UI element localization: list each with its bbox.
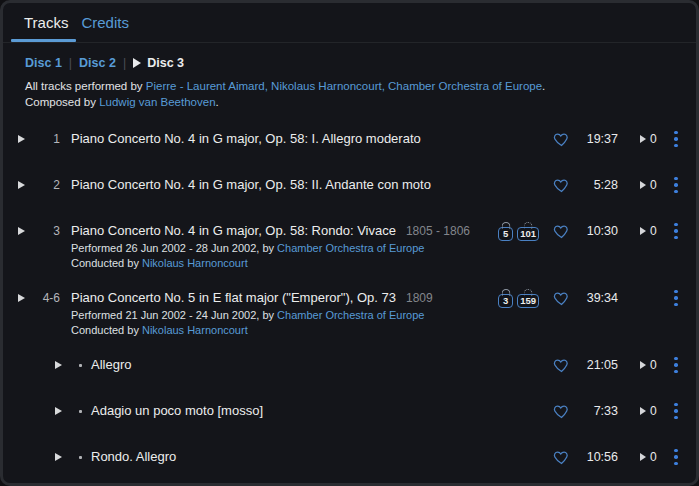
track-duration: 5:28 bbox=[584, 178, 618, 192]
play-icon bbox=[55, 407, 62, 415]
track-duration: 21:05 bbox=[584, 358, 618, 372]
conductor-link[interactable]: Nikolaus Harnoncourt bbox=[142, 257, 248, 269]
play-count: 0 bbox=[630, 132, 664, 146]
track-row: 1 Piano Concerto No. 4 in G major, Op. 5… bbox=[3, 116, 696, 162]
badge-handle-icon bbox=[501, 289, 510, 296]
favorite-heart-icon[interactable] bbox=[553, 449, 570, 466]
track-menu-button[interactable] bbox=[668, 177, 684, 194]
work-title-cell: Piano Concerto No. 5 in E flat major ("E… bbox=[71, 288, 488, 338]
track-number: 3 bbox=[30, 221, 60, 241]
composed-prefix: Composed by bbox=[25, 96, 99, 108]
play-icon bbox=[18, 181, 25, 189]
all-performances-badge[interactable]: 159 bbox=[517, 294, 539, 308]
play-track-button[interactable] bbox=[55, 355, 67, 375]
work-duration: 39:34 bbox=[584, 291, 618, 305]
tab-tracks[interactable]: Tracks bbox=[19, 3, 73, 42]
favorite-heart-icon[interactable] bbox=[553, 131, 570, 148]
composer-link[interactable]: Ludwig van Beethoven bbox=[99, 96, 215, 108]
track-duration: 10:56 bbox=[584, 450, 618, 464]
tab-credits[interactable]: Credits bbox=[76, 3, 134, 42]
track-duration: 10:30 bbox=[584, 224, 618, 238]
play-work-button[interactable] bbox=[18, 288, 30, 308]
track-menu-button[interactable] bbox=[668, 223, 684, 240]
track-title[interactable]: Piano Concerto No. 4 in G major, Op. 58:… bbox=[71, 129, 543, 149]
composition-year: 1805 - 1806 bbox=[406, 224, 470, 238]
orchestra-link[interactable]: Chamber Orchestra of Europe bbox=[277, 309, 424, 321]
track-title[interactable]: Piano Concerto No. 4 in G major, Op. 58:… bbox=[71, 175, 543, 195]
conductor-link[interactable]: Nikolaus Harnoncourt bbox=[142, 324, 248, 336]
play-track-button[interactable] bbox=[18, 175, 30, 195]
performed-detail: Performed 21 Jun 2002 - 24 Jun 2002, by … bbox=[71, 308, 488, 323]
track-meta: 10:56 0 bbox=[553, 447, 684, 467]
conducted-detail-prefix: Conducted by bbox=[71, 324, 142, 336]
disc-3-label: Disc 3 bbox=[147, 56, 184, 70]
conducted-detail: Conducted by Nikolaus Harnoncourt bbox=[71, 323, 488, 338]
movement-title[interactable]: Adagio un poco moto [mosso] bbox=[91, 401, 543, 421]
play-icon bbox=[55, 361, 62, 369]
play-icon bbox=[18, 294, 25, 302]
orchestra-link[interactable]: Chamber Orchestra of Europe bbox=[277, 242, 424, 254]
play-count: 0 bbox=[630, 178, 664, 192]
track-number: 4-6 bbox=[30, 288, 60, 308]
performers-link[interactable]: Pierre - Laurent Aimard, Nikolaus Harnon… bbox=[146, 80, 542, 92]
play-count-icon bbox=[640, 227, 646, 235]
movement-row: Allegro 21:05 0 bbox=[3, 342, 696, 388]
track-menu-button[interactable] bbox=[668, 449, 684, 466]
tab-tracks-label: Tracks bbox=[24, 14, 68, 31]
performance-badges: 3 159 bbox=[498, 288, 539, 308]
work-title[interactable]: Piano Concerto No. 5 in E flat major ("E… bbox=[71, 288, 488, 308]
work-row: 4-6 Piano Concerto No. 5 in E flat major… bbox=[3, 275, 696, 342]
play-triangle-icon bbox=[133, 58, 141, 68]
all-performances-badge[interactable]: 101 bbox=[517, 227, 539, 241]
album-tracks-panel: Tracks Credits Disc 1 | Disc 2 | Disc 3 … bbox=[0, 0, 699, 486]
album-credits-summary: All tracks performed by Pierre - Laurent… bbox=[25, 79, 696, 110]
favorite-heart-icon[interactable] bbox=[553, 177, 570, 194]
track-meta: 5 101 10:30 0 bbox=[498, 221, 684, 241]
movement-title[interactable]: Rondo. Allegro bbox=[91, 447, 543, 467]
play-count: 0 bbox=[630, 224, 664, 238]
track-meta: 5:28 0 bbox=[553, 175, 684, 195]
library-performances-badge[interactable]: 3 bbox=[498, 294, 513, 308]
track-title-cell: Piano Concerto No. 4 in G major, Op. 58:… bbox=[71, 175, 543, 195]
tab-credits-label: Credits bbox=[81, 14, 129, 31]
movement-row: Adagio un poco moto [mosso] 7:33 0 bbox=[3, 388, 696, 434]
disc-3-current[interactable]: Disc 3 bbox=[133, 56, 184, 70]
play-track-button[interactable] bbox=[55, 447, 67, 467]
play-track-button[interactable] bbox=[55, 401, 67, 421]
favorite-heart-icon[interactable] bbox=[553, 290, 570, 307]
badge-handle-dotted-icon bbox=[524, 222, 533, 229]
library-performances-badge[interactable]: 5 bbox=[498, 227, 513, 241]
play-track-button[interactable] bbox=[18, 129, 30, 149]
disc-separator: | bbox=[123, 56, 126, 70]
track-title[interactable]: Piano Concerto No. 4 in G major, Op. 58:… bbox=[71, 221, 488, 241]
performed-detail: Performed 26 Jun 2002 - 28 Jun 2002, by … bbox=[71, 241, 488, 256]
track-meta: 19:37 0 bbox=[553, 129, 684, 149]
composed-suffix: . bbox=[216, 96, 219, 108]
track-menu-button[interactable] bbox=[668, 403, 684, 420]
bullet-icon bbox=[73, 447, 87, 467]
work-title-text: Piano Concerto No. 5 in E flat major ("E… bbox=[71, 290, 396, 305]
track-meta: 7:33 0 bbox=[553, 401, 684, 421]
track-menu-button[interactable] bbox=[668, 290, 684, 307]
favorite-heart-icon[interactable] bbox=[553, 223, 570, 240]
disc-2-link[interactable]: Disc 2 bbox=[79, 56, 116, 70]
favorite-heart-icon[interactable] bbox=[553, 403, 570, 420]
track-duration: 7:33 bbox=[584, 404, 618, 418]
disc-1-link[interactable]: Disc 1 bbox=[25, 56, 62, 70]
conducted-detail: Conducted by Nikolaus Harnoncourt bbox=[71, 256, 488, 271]
track-meta: 3 159 39:34 bbox=[498, 288, 684, 308]
play-track-button[interactable] bbox=[18, 221, 30, 241]
track-menu-button[interactable] bbox=[668, 131, 684, 148]
play-count-icon bbox=[640, 181, 646, 189]
composition-year: 1809 bbox=[406, 291, 433, 305]
track-menu-button[interactable] bbox=[668, 357, 684, 374]
movement-title-cell: Rondo. Allegro bbox=[91, 447, 543, 467]
movement-title[interactable]: Allegro bbox=[91, 355, 543, 375]
performance-badges: 5 101 bbox=[498, 221, 539, 241]
favorite-heart-icon[interactable] bbox=[553, 357, 570, 374]
badge-handle-dotted-icon bbox=[524, 289, 533, 296]
track-number: 2 bbox=[30, 175, 60, 195]
movement-title-cell: Allegro bbox=[91, 355, 543, 375]
disc-separator: | bbox=[69, 56, 72, 70]
play-icon bbox=[18, 135, 25, 143]
